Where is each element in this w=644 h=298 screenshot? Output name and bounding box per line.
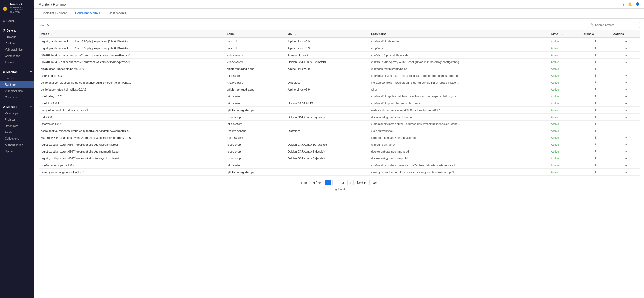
cell-forensic[interactable]: ⬆ bbox=[579, 93, 611, 100]
sidebar-item-monitor-runtime[interactable]: Runtime bbox=[0, 81, 34, 88]
sidebar-item-view-logs[interactable]: View Logs bbox=[0, 110, 34, 116]
cell-state: Active bbox=[549, 148, 579, 155]
cell-actions[interactable]: ••• bbox=[611, 114, 640, 121]
cell-label: istio-system bbox=[225, 121, 286, 127]
cell-actions[interactable]: ••• bbox=[611, 148, 640, 155]
radar-icon: ◎ bbox=[3, 20, 5, 23]
first-page-button[interactable]: First bbox=[299, 180, 309, 185]
cell-actions[interactable]: ••• bbox=[611, 79, 640, 86]
cell-actions[interactable]: ••• bbox=[611, 72, 640, 79]
firewalls-label: Firewalls bbox=[5, 35, 16, 38]
sidebar-item-radar[interactable]: ◎ Radar bbox=[0, 18, 34, 24]
cell-actions[interactable]: ••• bbox=[611, 65, 640, 72]
cell-actions[interactable]: ••• bbox=[611, 169, 640, 176]
cell-image: registry-auth.twistlock.com/tw_x8l90pIlg… bbox=[39, 45, 225, 52]
sidebar-item-manage[interactable]: ⚙ Manage ▾ bbox=[0, 104, 34, 110]
cell-state: Active bbox=[549, 72, 579, 79]
cell-actions[interactable]: ••• bbox=[611, 38, 640, 45]
cell-actions[interactable]: ••• bbox=[611, 45, 640, 52]
state-badge: Active bbox=[551, 157, 559, 160]
cell-forensic[interactable]: ⬆ bbox=[579, 86, 611, 93]
notification-icon[interactable]: 🔔 bbox=[628, 2, 632, 6]
monitor-runtime-label: Runtime bbox=[5, 83, 16, 86]
image-sort-icon[interactable]: ↕ bbox=[51, 33, 52, 35]
image-filter-icon[interactable]: ▾ bbox=[52, 33, 54, 35]
refresh-button[interactable]: ↻ bbox=[47, 23, 49, 27]
sidebar-item-events[interactable]: Events bbox=[0, 75, 34, 81]
help-icon[interactable]: ? bbox=[622, 2, 624, 6]
cell-actions[interactable]: ••• bbox=[611, 100, 640, 107]
next-page-button[interactable]: Next ▶ bbox=[355, 180, 368, 185]
sidebar-item-defend-vulnerabilities[interactable]: Vulnerabilities bbox=[0, 46, 34, 53]
cell-actions[interactable]: ••• bbox=[611, 141, 640, 148]
os-sort-icon[interactable]: ↕ bbox=[294, 33, 295, 35]
cell-actions[interactable]: ••• bbox=[611, 127, 640, 134]
cell-forensic[interactable]: ⬆ bbox=[579, 114, 611, 121]
cell-forensic[interactable]: ⬆ bbox=[579, 169, 611, 176]
cell-actions[interactable]: ••• bbox=[611, 107, 640, 114]
access-label: Access bbox=[5, 61, 14, 64]
sidebar-item-defenders[interactable]: Defenders bbox=[0, 123, 34, 129]
page-2-button[interactable]: 2 bbox=[332, 180, 339, 185]
cell-forensic[interactable]: ⬆ bbox=[579, 127, 611, 134]
page-4-button[interactable]: 4 bbox=[347, 180, 354, 185]
sidebar-item-monitor[interactable]: ◉ Monitor ▾ bbox=[0, 69, 34, 75]
cell-image: registry.optivprs.com:4567/root/robot-sh… bbox=[39, 155, 225, 162]
state-sort-icon[interactable]: ↕ bbox=[560, 33, 561, 35]
cell-forensic[interactable]: ⬆ bbox=[579, 148, 611, 155]
cell-forensic[interactable]: ⬆ bbox=[579, 155, 611, 162]
sidebar-item-monitor-vulnerabilities[interactable]: Vulnerabilities bbox=[0, 88, 34, 94]
page-1-button[interactable]: 1 bbox=[325, 180, 331, 185]
sidebar-item-defend-runtime[interactable]: Runtime bbox=[0, 40, 34, 46]
cell-actions[interactable]: ••• bbox=[611, 52, 640, 59]
cell-actions[interactable]: ••• bbox=[611, 86, 640, 93]
cell-forensic[interactable]: ⬆ bbox=[579, 121, 611, 127]
sidebar-item-system[interactable]: System bbox=[0, 148, 34, 154]
tab-host-models[interactable]: Host Models bbox=[104, 9, 130, 18]
sidebar-item-projects[interactable]: Projects bbox=[0, 116, 34, 123]
cell-state: Active bbox=[549, 65, 579, 72]
manage-chevron-icon: ▾ bbox=[30, 105, 32, 108]
cell-forensic[interactable]: ⬆ bbox=[579, 65, 611, 72]
cell-actions[interactable]: ••• bbox=[611, 134, 640, 141]
cell-actions[interactable]: ••• bbox=[611, 162, 640, 169]
csv-button[interactable]: CSV bbox=[39, 23, 45, 26]
state-filter-icon[interactable]: ▾ bbox=[561, 33, 563, 35]
image-value: redis:4.0.6 bbox=[41, 115, 54, 119]
search-input[interactable] bbox=[595, 23, 637, 26]
entrypoint-value: /coredns -conf /etc/coredns/Corefile bbox=[371, 136, 417, 139]
sidebar-item-monitor-compliance[interactable]: Compliance bbox=[0, 94, 34, 100]
cell-forensic[interactable]: ⬆ bbox=[579, 59, 611, 65]
cell-actions[interactable]: ••• bbox=[611, 93, 640, 100]
prev-page-button[interactable]: ◀ Prev bbox=[310, 180, 324, 185]
cell-forensic[interactable]: ⬆ bbox=[579, 38, 611, 45]
cell-forensic[interactable]: ⬆ bbox=[579, 100, 611, 107]
sidebar-item-authentication[interactable]: Authentication bbox=[0, 142, 34, 148]
sidebar-item-alerts[interactable]: Alerts bbox=[0, 129, 34, 135]
cell-actions[interactable]: ••• bbox=[611, 121, 640, 127]
page-3-button[interactable]: 3 bbox=[340, 180, 346, 185]
cell-forensic[interactable]: ⬆ bbox=[579, 162, 611, 169]
cell-forensic[interactable]: ⬆ bbox=[579, 134, 611, 141]
sidebar-item-access[interactable]: Access bbox=[0, 59, 34, 65]
os-filter-icon[interactable]: ▾ bbox=[295, 33, 296, 35]
cell-actions[interactable]: ••• bbox=[611, 59, 640, 65]
state-badge: Active bbox=[551, 60, 559, 64]
entrypoint-value: docker-entrypoint.sh mongod bbox=[371, 150, 409, 153]
sidebar-item-defend-compliance[interactable]: Compliance bbox=[0, 53, 34, 59]
cell-forensic[interactable]: ⬆ bbox=[579, 141, 611, 148]
cell-os: Ubuntu 16.04.6 LTS bbox=[286, 100, 369, 107]
cell-forensic[interactable]: ⬆ bbox=[579, 72, 611, 79]
sidebar-item-firewalls[interactable]: Firewalls bbox=[0, 34, 34, 40]
cell-forensic[interactable]: ⬆ bbox=[579, 107, 611, 114]
cell-actions[interactable]: ••• bbox=[611, 155, 640, 162]
cell-forensic[interactable]: ⬆ bbox=[579, 52, 611, 59]
sidebar-item-collections[interactable]: Collections bbox=[0, 135, 34, 142]
tab-container-models[interactable]: Container Models bbox=[71, 9, 104, 18]
sidebar-item-defend[interactable]: 🛡 Defend ▾ bbox=[0, 27, 34, 34]
cell-forensic[interactable]: ⬆ bbox=[579, 79, 611, 86]
user-icon[interactable]: 👤 bbox=[635, 2, 640, 6]
cell-forensic[interactable]: ⬆ bbox=[579, 45, 611, 52]
last-page-button[interactable]: Last bbox=[369, 180, 380, 185]
tab-incident-explorer[interactable]: Incident Explorer bbox=[39, 9, 71, 18]
